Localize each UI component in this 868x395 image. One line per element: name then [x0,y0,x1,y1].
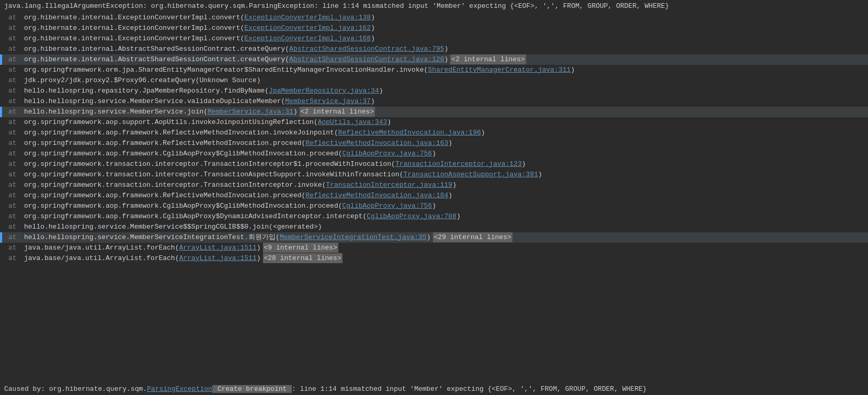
package-text: hello.hellospring.service.MemberService.… [24,96,285,107]
file-link[interactable]: SharedEntityManagerCreator.java:311 [428,65,570,75]
caused-by-text: Caused by: org.hibernate.query.sqm. [4,385,147,393]
package-text: org.springframework.transaction.intercep… [24,159,395,170]
line-suffix: ) [432,149,436,159]
at-prefix: at [8,138,24,149]
package-text: org.springframework.aop.framework.Reflec… [24,138,305,149]
line-suffix: ) [379,86,383,96]
file-link[interactable]: AopUtils.java:343 [318,117,387,128]
stack-trace: at org.hibernate.internal.ExceptionConve… [0,13,868,264]
at-prefix: at [8,75,24,86]
file-link[interactable]: CglibAopProxy.java:708 [367,211,456,222]
at-prefix: at [8,96,24,107]
package-text: java.base/java.util.ArrayList.forEach( [24,243,179,253]
create-breakpoint-badge[interactable]: Create breakpoint [212,385,292,393]
file-link[interactable]: TransactionAspectSupport.java:391 [404,170,538,180]
package-text: org.hibernate.internal.ExceptionConverte… [24,33,244,44]
file-link[interactable]: ReflectiveMethodInvocation.java:184 [305,190,448,201]
line-suffix: ) [444,44,449,54]
file-link[interactable]: AbstractSharedSessionContract.java:120 [289,54,444,65]
file-link[interactable]: MemberServiceIntegrationTest.java:35 [280,232,427,243]
caused-by-link[interactable]: ParsingException [147,385,212,393]
at-prefix: at [8,107,24,117]
file-link[interactable]: ReflectiveMethodInvocation.java:196 [338,128,481,138]
stack-line: at org.springframework.aop.framework.Ref… [0,138,868,149]
at-prefix: at [8,201,24,211]
at-prefix: at [8,44,24,54]
file-link[interactable]: ReflectiveMethodInvocation.java:163 [305,138,448,149]
package-text: org.hibernate.internal.ExceptionConverte… [24,23,244,33]
internal-lines-badge: <2 internal lines> [450,54,526,65]
line-suffix: ) [448,138,452,149]
file-link[interactable]: ArrayList.java:1511 [179,253,256,264]
package-text: org.springframework.transaction.intercep… [24,180,326,190]
file-link[interactable]: MemberService.java:37 [285,96,371,107]
file-link[interactable]: TransactionInterceptor.java:123 [395,159,522,170]
line-suffix: ) [371,13,375,23]
package-text: org.hibernate.internal.AbstractSharedSes… [24,54,289,65]
package-text: jdk.proxy2/jdk.proxy2.$Proxy96.createQue… [24,75,260,86]
file-link[interactable]: ExceptionConverterImpl.java:162 [244,23,371,33]
line-suffix: ) [371,96,375,107]
caused-by-line: Caused by: org.hibernate.query.sqm.Parsi… [0,383,868,396]
line-suffix: ) [538,170,542,180]
stack-line: at org.hibernate.internal.ExceptionConve… [0,13,868,23]
at-prefix: at [8,86,24,96]
stack-line: at org.springframework.aop.framework.Cgl… [0,149,868,159]
file-link[interactable]: ExceptionConverterImpl.java:138 [244,13,371,23]
package-text: hello.hellospring.service.MemberService$… [24,222,322,232]
package-text: org.hibernate.internal.AbstractSharedSes… [24,44,289,54]
stack-line: at hello.hellospring.service.MemberServi… [0,96,868,107]
line-suffix: ) [432,201,436,211]
line-suffix: ) [371,33,375,44]
stack-line: at org.springframework.aop.support.AopUt… [0,117,868,128]
package-text: org.springframework.aop.support.AopUtils… [24,117,318,128]
line-suffix: ) [387,117,391,128]
line-suffix: ) [371,23,375,33]
at-prefix: at [8,23,24,33]
line-suffix: ) [570,65,575,75]
package-text: org.springframework.aop.framework.CglibA… [24,211,367,222]
at-prefix: at [8,180,24,190]
line-suffix: ) [427,232,431,243]
package-text: org.springframework.transaction.intercep… [24,170,404,180]
stack-line: at org.springframework.orm.jpa.SharedEnt… [0,65,868,75]
at-prefix: at [8,190,24,201]
stack-line: at org.hibernate.internal.AbstractShared… [0,44,868,54]
line-suffix: ) [452,180,456,190]
stack-line: at hello.hellospring.service.MemberServi… [0,107,868,117]
file-link[interactable]: ArrayList.java:1511 [179,243,256,253]
package-text: org.springframework.aop.framework.Reflec… [24,190,305,201]
package-text: hello.hellospring.service.MemberService.… [24,107,208,117]
internal-lines-badge: <28 internal lines> [263,253,342,264]
stack-line: at hello.hellospring.service.MemberServi… [0,232,868,243]
stack-line: at org.hibernate.internal.ExceptionConve… [0,23,868,33]
blue-bar-indicator [0,232,2,243]
package-text: org.springframework.aop.framework.CglibA… [24,149,342,159]
internal-lines-badge: <9 internal lines> [263,243,338,253]
stack-line: at org.springframework.aop.framework.Ref… [0,128,868,138]
stack-line: at org.springframework.transaction.inter… [0,180,868,190]
file-link[interactable]: ExceptionConverterImpl.java:168 [244,33,371,44]
file-link[interactable]: MemberService.java:31 [208,107,293,117]
error-header-text: java.lang.IllegalArgumentException: org.… [4,2,669,10]
file-link[interactable]: AbstractSharedSessionContract.java:795 [289,44,444,54]
line-suffix: ) [257,243,261,253]
line-suffix: ) [448,190,452,201]
line-suffix: ) [257,253,261,264]
file-link[interactable]: CglibAopProxy.java:756 [342,201,432,211]
at-prefix: at [8,159,24,170]
at-prefix: at [8,33,24,44]
file-link[interactable]: TransactionInterceptor.java:119 [326,180,452,190]
internal-lines-badge: <29 internal lines> [433,232,512,243]
stack-line: at org.springframework.transaction.inter… [0,159,868,170]
package-text: java.base/java.util.ArrayList.forEach( [24,253,179,264]
at-prefix: at [8,232,24,243]
line-suffix: ) [444,54,449,65]
stack-line: at jdk.proxy2/jdk.proxy2.$Proxy96.create… [0,75,868,86]
stack-line: at org.hibernate.internal.AbstractShared… [0,54,868,65]
package-text: org.hibernate.internal.ExceptionConverte… [24,13,244,23]
file-link[interactable]: JpaMemberRepository.java:34 [269,86,379,96]
at-prefix: at [8,54,24,65]
at-prefix: at [8,222,24,232]
file-link[interactable]: CglibAopProxy.java:756 [342,149,432,159]
